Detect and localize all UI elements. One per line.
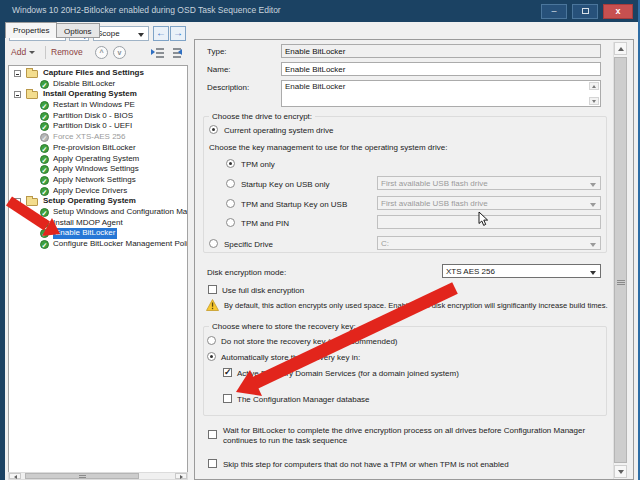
- tree-group-capture-files[interactable]: Capture Files and Settings: [9, 68, 187, 79]
- description-label: Description:: [207, 83, 249, 92]
- arrow-left-icon: [14, 475, 17, 479]
- tree-item-apply-network-settings[interactable]: ✓Apply Network Settings: [9, 175, 187, 186]
- tab-options[interactable]: Options: [56, 23, 100, 38]
- expand-all-icon: [156, 48, 164, 50]
- tree-item-force-xts[interactable]: ✓Force XTS-AES 256: [9, 132, 187, 143]
- scroll-up-button[interactable]: [589, 82, 599, 90]
- task-sequence-editor-window: Windows 10 20H2-Bitlocker enabled during…: [0, 0, 640, 480]
- expand-all-button[interactable]: [151, 47, 165, 59]
- radio-current-os-drive[interactable]: [209, 125, 218, 134]
- radio-tpm-only[interactable]: [226, 159, 235, 168]
- move-up-button[interactable]: ^: [95, 46, 108, 59]
- checkbox-skip-no-tpm[interactable]: [208, 459, 217, 468]
- collapse-all-icon: [173, 56, 181, 58]
- find-next-button[interactable]: →: [170, 26, 186, 41]
- tpm-and-startup-dropdown: First available USB flash drive: [377, 196, 601, 210]
- specific-drive-dropdown: C:: [377, 236, 601, 250]
- type-label: Type:: [207, 47, 227, 56]
- tree-item-restart-winpe[interactable]: ✓Restart in Windows PE: [9, 100, 187, 111]
- scroll-up-button[interactable]: [614, 42, 627, 55]
- checkbox-full-disk-encryption[interactable]: [208, 285, 217, 294]
- radio-startup-key-usb-label: Startup Key on USB only: [241, 180, 330, 189]
- scope-value: Scope: [97, 29, 120, 38]
- properties-vertical-scrollbar[interactable]: [613, 42, 627, 479]
- expand-all-icon: [156, 56, 164, 58]
- tree-item-apply-os[interactable]: ✓Apply Operating System: [9, 154, 187, 165]
- arrow-up-icon: [592, 85, 596, 88]
- tree-item-label: Partition Disk 0 - UEFI: [53, 121, 132, 132]
- close-button[interactable]: x: [603, 4, 633, 19]
- tree-item-apply-device-drivers[interactable]: ✓Apply Device Drivers: [9, 186, 187, 197]
- step-check-icon: ✓: [40, 112, 49, 121]
- chevron-down-icon: [590, 183, 596, 187]
- checkbox-ad-ds[interactable]: [223, 368, 232, 377]
- cm-database-label: The Configuration Manager database: [237, 395, 370, 404]
- key-management-label: Choose the key management to use for the…: [209, 143, 447, 152]
- ad-ds-label: Active Directory Domain Services (for a …: [237, 369, 459, 378]
- specific-drive-value: C:: [381, 239, 389, 248]
- disk-mode-dropdown[interactable]: XTS AES 256: [442, 264, 601, 278]
- radio-tpm-and-pin[interactable]: [226, 218, 235, 227]
- radio-startup-key-usb[interactable]: [226, 179, 235, 188]
- arrow-right-icon: [151, 49, 155, 55]
- arrow-up-icon: [618, 47, 624, 51]
- scrollbar-thumb[interactable]: [25, 473, 139, 479]
- radio-no-store-key[interactable]: [207, 336, 216, 345]
- radio-tpm-and-startup-label: TPM and Startup Key on USB: [241, 200, 347, 209]
- arrow-left-icon: [178, 49, 182, 55]
- tree-group-install-os[interactable]: Install Operating System: [9, 89, 187, 100]
- minimize-button[interactable]: –: [541, 4, 567, 19]
- skip-no-tpm-label: Skip this step for computers that do not…: [223, 460, 509, 469]
- checkbox-cm-database[interactable]: [223, 394, 232, 403]
- tree-item-partition-bios[interactable]: ✓Partition Disk 0 - BIOS: [9, 111, 187, 122]
- scroll-down-button[interactable]: [614, 465, 627, 478]
- tree-item-install-mdop[interactable]: ✓Install MDOP Agent: [9, 218, 187, 229]
- radio-tpm-and-startup[interactable]: [226, 199, 235, 208]
- tree-item-enable-bitlocker-selected[interactable]: ✓Enable BitLocker: [9, 228, 187, 239]
- tree-item-label: Apply Operating System: [53, 154, 139, 165]
- add-button[interactable]: Add: [11, 47, 35, 57]
- tree-item-configure-bitlocker-policy[interactable]: ✓Configure BitLocker Management Policy: [9, 239, 187, 250]
- collapse-icon[interactable]: [14, 198, 21, 205]
- find-previous-button[interactable]: ←: [153, 26, 169, 41]
- warning-text: By default, this action encrypts only us…: [224, 301, 608, 310]
- checkbox-wait-for-bitlocker[interactable]: [208, 430, 217, 439]
- tree-item-apply-windows-settings[interactable]: ✓Apply Windows Settings: [9, 164, 187, 175]
- maximize-icon: [582, 8, 589, 14]
- description-value: Enable BitLocker: [285, 82, 345, 91]
- scroll-down-button[interactable]: [589, 97, 599, 105]
- tree-group-setup-os[interactable]: Setup Operating System: [9, 196, 187, 207]
- collapse-icon[interactable]: [14, 70, 21, 77]
- name-field[interactable]: [281, 62, 601, 76]
- scroll-right-button[interactable]: [175, 473, 187, 479]
- startup-key-usb-value: First available USB flash drive: [381, 179, 488, 188]
- move-down-button[interactable]: v: [113, 46, 126, 59]
- collapse-icon[interactable]: [14, 91, 21, 98]
- collapse-all-button[interactable]: [168, 47, 182, 59]
- tree-item-label: Install MDOP Agent: [53, 218, 123, 229]
- tree-item-disable-bitlocker[interactable]: ✓Disable BitLocker: [9, 79, 187, 90]
- title-bar[interactable]: Windows 10 20H2-Bitlocker enabled during…: [0, 0, 640, 22]
- step-check-icon: ✓: [40, 229, 49, 238]
- tree-item-label: Configure BitLocker Management Policy: [53, 239, 188, 250]
- scrollbar-grip: [617, 280, 625, 285]
- scrollbar-thumb[interactable]: [614, 57, 627, 463]
- remove-button[interactable]: Remove: [51, 47, 83, 57]
- tree-item-preprovision[interactable]: ✓Pre-provision BitLocker: [9, 143, 187, 154]
- folder-icon: [26, 91, 38, 99]
- chevron-down-icon: [590, 203, 596, 207]
- maximize-button[interactable]: [572, 4, 598, 19]
- step-disabled-icon: ✓: [40, 133, 49, 142]
- tab-properties[interactable]: Properties: [5, 22, 57, 38]
- tree-item-setup-windows-cm[interactable]: ✓Setup Windows and Configuration Manager: [9, 207, 187, 218]
- radio-auto-store-key[interactable]: [207, 352, 216, 361]
- radio-specific-drive[interactable]: [209, 239, 218, 248]
- radio-current-os-drive-label: Current operating system drive: [224, 126, 333, 135]
- tree-item-label: Setup Operating System: [43, 196, 136, 207]
- tree-horizontal-scrollbar[interactable]: [8, 472, 188, 480]
- tree-item-partition-uefi[interactable]: ✓Partition Disk 0 - UEFI: [9, 121, 187, 132]
- scroll-left-button[interactable]: [9, 473, 21, 479]
- step-check-icon: ✓: [40, 208, 49, 217]
- scope-dropdown[interactable]: Scope: [93, 26, 149, 41]
- description-field[interactable]: Enable BitLocker: [281, 80, 601, 107]
